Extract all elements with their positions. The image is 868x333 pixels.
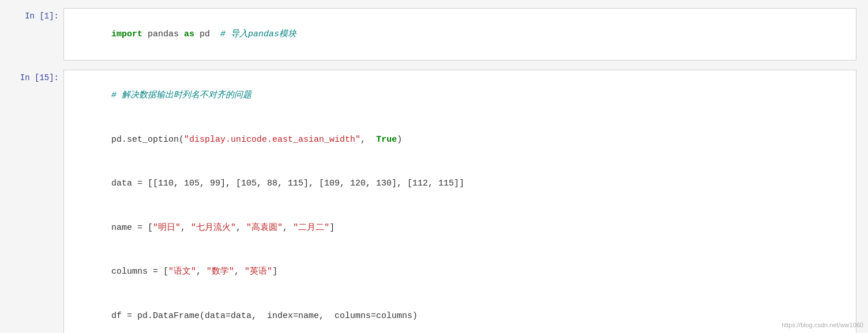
normal-span: ,: [283, 223, 293, 233]
code-line-set-option: pd.set_option("display.unicode.east_asia…: [70, 118, 850, 162]
string-span: "二月二": [293, 223, 329, 233]
normal-span: ,: [234, 267, 245, 277]
normal-span: columns = [: [111, 267, 168, 277]
normal-span: ,: [236, 223, 246, 233]
normal-span: name = [: [111, 223, 153, 233]
string-span: "display.unicode.east_asian_width": [184, 135, 360, 145]
normal-span: df = pd.DataFrame(data=data, index=name,…: [111, 311, 418, 321]
kw-import: import: [111, 29, 142, 39]
code-line-comment: # 解决数据输出时列名不对齐的问题: [70, 74, 850, 118]
cell-1-label: In [1]:: [0, 8, 63, 21]
code-line-data: data = [[110, 105, 99], [105, 88, 115], …: [70, 162, 850, 206]
comment-span: # 解决数据输出时列名不对齐的问题: [111, 90, 251, 100]
cell-1: In [1]: import pandas as pd # 导入pandas模块: [0, 6, 868, 63]
cell-2: In [15]: # 解决数据输出时列名不对齐的问题 pd.set_option…: [0, 67, 868, 334]
string-span: "高袁圆": [246, 223, 283, 233]
code-line-columns: columns = ["语文", "数学", "英语"]: [70, 250, 850, 294]
kw-as: as: [184, 29, 194, 39]
normal-span: ,: [181, 223, 191, 233]
comment-text: # 导入pandas模块: [220, 29, 296, 39]
normal-span: data = [[110, 105, 99], [105, 88, 115], …: [111, 179, 464, 188]
code-line-df: df = pd.DataFrame(data=data, index=name,…: [70, 294, 850, 333]
string-span: "明日": [153, 223, 181, 233]
normal-span: ): [397, 135, 402, 145]
notebook: In [1]: import pandas as pd # 导入pandas模块…: [0, 0, 868, 333]
string-span: "数学": [206, 267, 234, 277]
cell-2-label: In [15]:: [0, 70, 63, 82]
kw-true-span: True: [376, 135, 397, 145]
normal-span: ,: [196, 267, 206, 277]
watermark: https://blog.csdn.net/ww1060: [781, 321, 863, 328]
normal-span: pd.set_option(: [111, 135, 184, 145]
cell-1-code[interactable]: import pandas as pd # 导入pandas模块: [63, 8, 856, 60]
cell-2-code[interactable]: # 解决数据输出时列名不对齐的问题 pd.set_option("display…: [63, 70, 856, 334]
string-span: "英语": [245, 267, 272, 277]
string-span: "语文": [168, 267, 196, 277]
string-span: "七月流火": [191, 223, 236, 233]
normal-span: ]: [329, 223, 335, 233]
code-line-name: name = ["明日", "七月流火", "高袁圆", "二月二"]: [70, 206, 850, 250]
normal-span: ,: [360, 135, 376, 145]
normal-text: pd: [194, 29, 220, 39]
normal-span: ]: [272, 267, 277, 277]
code-line: import pandas as pd # 导入pandas模块: [70, 12, 850, 56]
normal-text: pandas: [142, 29, 184, 39]
